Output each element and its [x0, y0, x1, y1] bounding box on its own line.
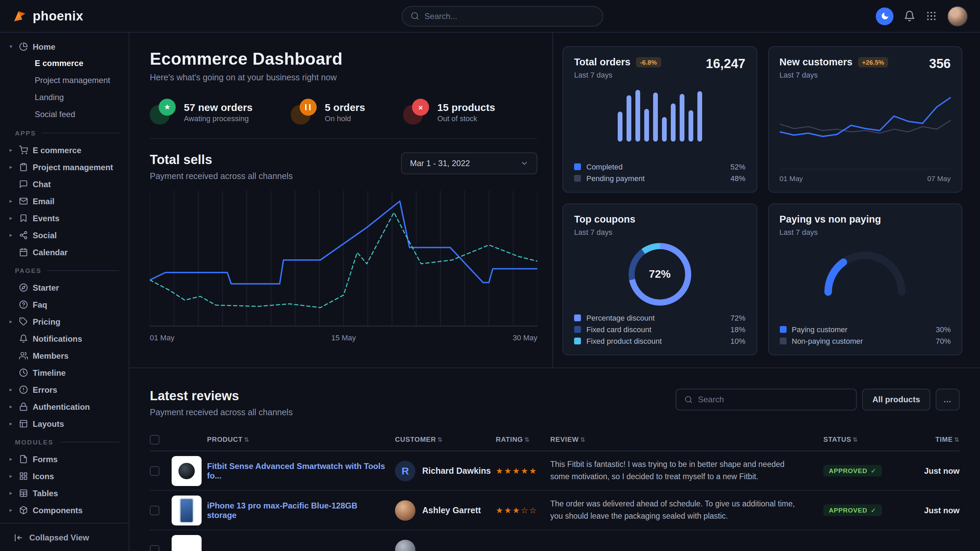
- brand-name[interactable]: phoenix: [33, 8, 83, 24]
- legend-item-fixed-product-discount: Fixed product discount10%: [574, 337, 745, 345]
- sidebar-item-events[interactable]: ▸Events: [0, 210, 129, 227]
- bar: [697, 92, 702, 141]
- column-header-time[interactable]: TIME⇅: [905, 436, 959, 443]
- caret-icon: ▸: [8, 473, 14, 479]
- legend-swatch: [574, 164, 581, 170]
- notifications-button[interactable]: [904, 10, 915, 22]
- apps-grid-button[interactable]: [926, 10, 937, 22]
- top-coupons-card: Top coupons Last 7 days 72% Percentage d…: [563, 203, 757, 355]
- caret-icon: ▸: [8, 421, 14, 427]
- bookmark-icon: [19, 214, 28, 222]
- compass-icon: [19, 283, 28, 292]
- sidebar-item-project-management[interactable]: Project management: [0, 72, 129, 89]
- caret-icon: ▸: [8, 232, 14, 238]
- row-checkbox[interactable]: [150, 506, 159, 516]
- sidebar-item-label: Home: [33, 42, 56, 51]
- tag-icon: [19, 317, 28, 326]
- sidebar-item-chat[interactable]: Chat: [0, 176, 129, 193]
- sidebar-item-e-commerce[interactable]: E commerce: [0, 55, 129, 72]
- star-icon: ★: [164, 103, 170, 112]
- sidebar-item-home[interactable]: ▾Home: [0, 38, 129, 55]
- sidebar-item-landing[interactable]: Landing: [0, 89, 129, 106]
- sidebar-item-label: Pricing: [33, 317, 60, 326]
- column-header-rating[interactable]: RATING⇅: [496, 436, 550, 443]
- sidebar-item-label: Errors: [33, 385, 57, 394]
- sidebar-item-starter[interactable]: Starter: [0, 279, 129, 296]
- sidebar-item-social-feed[interactable]: Social feed: [0, 106, 129, 123]
- column-header-customer[interactable]: CUSTOMER⇅: [395, 436, 496, 443]
- lock-icon: [19, 402, 28, 411]
- sidebar-item-calendar[interactable]: Calendar: [0, 244, 129, 261]
- more-options-button[interactable]: …: [936, 389, 959, 410]
- sidebar-item-label: Email: [33, 196, 54, 206]
- total-sells-chart: [150, 191, 537, 327]
- sidebar-item-label: Project management: [33, 162, 113, 172]
- product-link[interactable]: Fitbit Sense Advanced Smartwatch with To…: [207, 461, 395, 480]
- caret-icon: ▸: [8, 164, 14, 170]
- date-range-select[interactable]: Mar 1 - 31, 2022: [401, 152, 537, 174]
- chevron-down-icon: [520, 159, 528, 167]
- sidebar-item-icons[interactable]: ▸Icons: [0, 468, 129, 484]
- sidebar-item-social[interactable]: ▸Social: [0, 227, 129, 244]
- clock-icon: [19, 368, 28, 377]
- sidebar-item-authentication[interactable]: ▸Authentication: [0, 398, 129, 415]
- all-products-filter-button[interactable]: All products: [862, 389, 930, 410]
- legend-swatch: [780, 338, 786, 345]
- card-period: Last 7 days: [574, 71, 661, 79]
- legend-swatch: [574, 326, 581, 333]
- reviews-search-input[interactable]: [698, 395, 848, 404]
- column-header-review[interactable]: REVIEW⇅: [550, 436, 823, 443]
- legend-label: Percentage discount: [586, 314, 655, 322]
- caret-icon: ▸: [8, 456, 14, 462]
- sidebar-item-forms[interactable]: ▸Forms: [0, 451, 129, 468]
- sidebar-item-members[interactable]: Members: [0, 347, 129, 364]
- product-image[interactable]: [172, 495, 202, 525]
- row-checkbox[interactable]: [150, 467, 159, 476]
- legend-swatch: [780, 326, 786, 333]
- box-icon: [19, 506, 28, 514]
- sidebar-item-errors[interactable]: ▸Errors: [0, 381, 129, 398]
- sidebar-item-layouts[interactable]: ▸Layouts: [0, 415, 129, 432]
- bar: [618, 112, 622, 141]
- legend-label: Paying customer: [792, 326, 848, 333]
- stat-value: 57 new orders: [184, 101, 253, 113]
- mail-icon: [19, 197, 28, 206]
- product-image[interactable]: [172, 535, 202, 551]
- alert-icon: [19, 385, 28, 394]
- sidebar-item-timeline[interactable]: Timeline: [0, 364, 129, 381]
- theme-toggle-button[interactable]: [876, 7, 894, 25]
- sidebar-item-e-commerce[interactable]: ▸E commerce: [0, 141, 129, 159]
- cross-icon: ×: [418, 103, 423, 111]
- sidebar-item-project-management[interactable]: ▸Project management: [0, 159, 129, 176]
- column-header-product[interactable]: PRODUCT⇅: [207, 436, 395, 443]
- product-image[interactable]: [172, 456, 202, 486]
- user-avatar[interactable]: [947, 6, 968, 26]
- card-period: Last 7 days: [574, 228, 635, 236]
- trend-badge: -6.8%: [636, 57, 661, 67]
- sidebar-section-label-pages: PAGES: [0, 262, 129, 279]
- sidebar-item-components[interactable]: ▸Components: [0, 502, 129, 519]
- row-checkbox[interactable]: [150, 546, 159, 551]
- top-coupons-donut-chart: 72%: [628, 243, 691, 306]
- global-search-input[interactable]: [425, 11, 594, 21]
- global-search[interactable]: [401, 6, 603, 26]
- search-icon: [684, 395, 693, 403]
- sidebar-item-faq[interactable]: Faq: [0, 296, 129, 313]
- column-header-status[interactable]: STATUS⇅: [823, 436, 905, 443]
- legend-item-pending-payment: Pending payment48%: [574, 174, 745, 183]
- product-link[interactable]: iPhone 13 pro max-Pacific Blue-128GB sto…: [207, 501, 395, 520]
- review-row: Fitbit Sense Advanced Smartwatch with To…: [150, 451, 959, 491]
- sidebar-item-tables[interactable]: ▸Tables: [0, 484, 129, 502]
- legend-item-fixed-card-discount: Fixed card discount18%: [574, 326, 745, 333]
- collapsed-view-toggle[interactable]: Collapsed View: [0, 523, 129, 551]
- sidebar-item-email[interactable]: ▸Email: [0, 193, 129, 210]
- sidebar-item-pricing[interactable]: ▸Pricing: [0, 313, 129, 330]
- legend-label: Fixed product discount: [586, 337, 662, 345]
- brand[interactable]: phoenix: [12, 8, 83, 24]
- collapsed-view-label: Collapsed View: [29, 533, 89, 542]
- select-all-checkbox[interactable]: [150, 435, 159, 444]
- sidebar-item-notifications[interactable]: Notifications: [0, 330, 129, 347]
- reviews-search[interactable]: [676, 389, 857, 410]
- legend-item-paying-customer: Paying customer30%: [780, 326, 951, 333]
- legend-value: 72%: [730, 314, 745, 322]
